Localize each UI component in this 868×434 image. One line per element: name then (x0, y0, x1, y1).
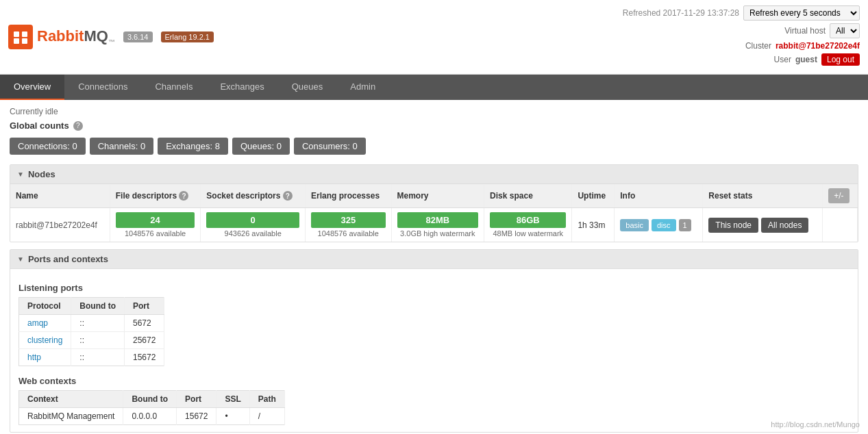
svg-rect-2 (14, 38, 19, 44)
logo-text: RabbitMQ™ (37, 27, 115, 46)
cluster-name: rabbit@71be27202e4f (776, 41, 860, 51)
exchanges-count: Exchanges: 8 (158, 138, 228, 155)
nav-overview[interactable]: Overview (0, 75, 64, 100)
refresh-row: Refreshed 2017-11-29 13:37:28 Refresh ev… (623, 5, 860, 21)
port-amqp: 5672 (125, 315, 164, 332)
col-bound-to: Bound to (123, 391, 177, 408)
logo-icon (8, 25, 33, 49)
node-name: rabbit@71be27202e4f (16, 220, 97, 230)
nav-admin[interactable]: Admin (336, 75, 389, 100)
clustering-link[interactable]: clustering (27, 335, 62, 345)
memory-sub: 3.0GB high watermark (397, 229, 479, 238)
global-counts-help-icon[interactable]: ? (73, 121, 83, 131)
col-reset-stats: Reset stats (703, 184, 823, 208)
nodes-arrow-icon: ▼ (17, 170, 24, 178)
erlang-proc-cell: 325 1048576 available (306, 208, 392, 242)
channels-count: Channels: 0 (90, 138, 153, 155)
nodes-section-header[interactable]: ▼ Nodes (10, 165, 858, 184)
refresh-select[interactable]: Refresh every 5 seconds Refresh every 10… (743, 5, 860, 21)
col-protocol: Protocol (19, 298, 71, 315)
nav-queues[interactable]: Queues (278, 75, 337, 100)
svg-rect-3 (22, 38, 27, 44)
socket-desc-cell: 0 943626 available (201, 208, 306, 242)
plus-minus-button[interactable]: +/- (828, 188, 849, 203)
svg-rect-1 (22, 31, 27, 37)
col-uptime: Uptime (572, 184, 615, 208)
cluster-row: Cluster rabbit@71be27202e4f (623, 41, 860, 51)
erlang-proc-bar: 325 (311, 212, 386, 228)
col-bound-to: Bound to (71, 298, 125, 315)
global-counts-label: Global counts (10, 120, 69, 131)
socket-desc-bar: 0 (206, 212, 299, 228)
user-label: User (774, 55, 791, 64)
nav-exchanges[interactable]: Exchanges (206, 75, 277, 100)
logout-button[interactable]: Log out (821, 53, 860, 66)
content: Currently idle Global counts ? Connectio… (0, 100, 868, 434)
reset-stats-cell: This node All nodes (703, 208, 823, 242)
disk-bar: 86GB (490, 212, 566, 228)
ports-title: Ports and contexts (28, 254, 108, 264)
col-context: Context (19, 391, 123, 408)
col-memory: Memory (391, 184, 484, 208)
table-row: RabbitMQ Management 0.0.0.0 15672 • / (19, 408, 285, 425)
amqp-link[interactable]: amqp (27, 318, 48, 328)
uptime-value: 1h 33m (578, 220, 605, 230)
memory-bar: 82MB (397, 212, 479, 228)
svg-rect-0 (14, 31, 19, 37)
file-desc-cell: 24 1048576 available (110, 208, 201, 242)
nodes-table-header: Name File descriptors ? Socket descripto… (10, 184, 858, 208)
global-counts-row: Global counts ? (10, 120, 858, 131)
ports-section-header[interactable]: ▼ Ports and contexts (10, 250, 858, 269)
connections-count: Connections: 0 (10, 138, 86, 155)
nav-connections[interactable]: Connections (64, 75, 141, 100)
http-link[interactable]: http (27, 353, 41, 362)
file-desc-bar: 24 (116, 212, 195, 228)
col-socket-descriptors: Socket descriptors ? (201, 184, 306, 208)
listening-ports-title: Listening ports (18, 283, 850, 293)
bound-to-amqp: :: (71, 315, 125, 332)
bound-to-http: :: (71, 349, 125, 366)
user-row: User guest Log out (623, 53, 860, 66)
web-table-header: Context Bound to Port SSL Path (19, 391, 285, 408)
socket-desc-sub: 943626 available (206, 229, 299, 238)
info-disc-button[interactable]: disc (652, 219, 676, 231)
web-contexts-table: Context Bound to Port SSL Path RabbitMQ … (18, 390, 285, 425)
col-file-descriptors: File descriptors ? (110, 184, 201, 208)
queues-count: Queues: 0 (232, 138, 290, 155)
vhost-select[interactable]: All (830, 23, 860, 38)
user-name: guest (795, 55, 817, 64)
protocol-clustering: clustering (19, 332, 71, 349)
context-path: / (249, 408, 284, 425)
info-num-button[interactable]: 1 (679, 219, 691, 231)
port-clustering: 25672 (125, 332, 164, 349)
all-nodes-button[interactable]: All nodes (761, 218, 808, 233)
count-badges: Connections: 0 Channels: 0 Exchanges: 8 … (10, 138, 858, 155)
table-row: amqp :: 5672 (19, 315, 164, 332)
uptime-cell: 1h 33m (572, 208, 615, 242)
file-desc-help-icon[interactable]: ? (179, 191, 188, 201)
context-ssl: • (216, 408, 249, 425)
nav-channels[interactable]: Channels (141, 75, 206, 100)
col-disk-space: Disk space (484, 184, 572, 208)
info-basic-button[interactable]: basic (620, 219, 649, 231)
info-buttons: basic disc 1 (620, 219, 697, 231)
status-text: Currently idle (10, 107, 858, 116)
table-row: http :: 15672 (19, 349, 164, 366)
ports-content: Listening ports Protocol Bound to Port a… (10, 269, 858, 432)
ports-section: ▼ Ports and contexts Listening ports Pro… (10, 249, 858, 433)
nodes-table: Name File descriptors ? Socket descripto… (10, 184, 858, 242)
col-port: Port (125, 298, 164, 315)
footer-watermark: http://blog.csdn.net/Mungo (771, 420, 860, 429)
table-row: clustering :: 25672 (19, 332, 164, 349)
disk-space-cell: 86GB 48MB low watermark (484, 208, 572, 242)
this-node-button[interactable]: This node (708, 218, 758, 233)
protocol-amqp: amqp (19, 315, 71, 332)
socket-desc-help-icon[interactable]: ? (283, 191, 293, 201)
logo: RabbitMQ™ 3.6.14 Erlang 19.2.1 (8, 25, 214, 49)
consumers-count: Consumers: 0 (294, 138, 366, 155)
vhost-row: Virtual host All (623, 23, 860, 38)
extra-cell (823, 208, 858, 242)
nav: Overview Connections Channels Exchanges … (0, 75, 868, 100)
nodes-title: Nodes (28, 169, 55, 179)
reset-stats-buttons: This node All nodes (708, 218, 817, 233)
